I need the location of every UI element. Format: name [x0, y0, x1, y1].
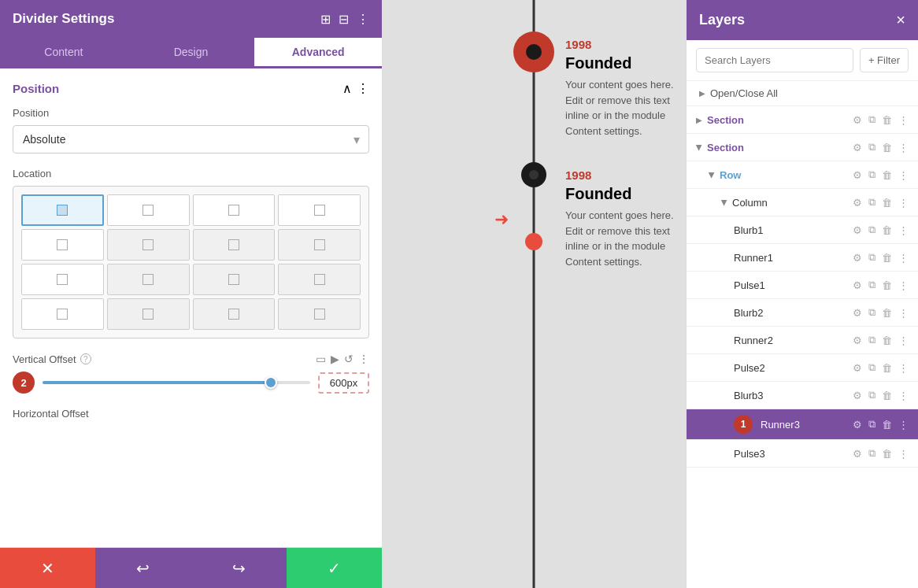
layer-item-blurb3[interactable]: Blurb3 ⚙ ⧉ 🗑 ⋮	[687, 382, 918, 409]
layer-settings-icon-col[interactable]: ⚙	[851, 195, 864, 210]
expand-icon[interactable]: ⊞	[320, 12, 331, 27]
layer-arrow-column[interactable]: ▶	[720, 199, 729, 205]
layer-copy-icon-runner1[interactable]: ⧉	[867, 250, 877, 265]
layer-delete-icon-runner1[interactable]: 🗑	[880, 250, 894, 265]
layer-more-icon-runner2[interactable]: ⋮	[897, 333, 910, 348]
layer-more-icon-pulse2[interactable]: ⋮	[897, 361, 910, 375]
layer-settings-icon-blurb2[interactable]: ⚙	[851, 305, 864, 320]
redo-button[interactable]: ↪	[191, 548, 287, 588]
layer-settings-icon-blurb3[interactable]: ⚙	[851, 388, 864, 403]
layer-arrow-section-2[interactable]: ▶	[695, 144, 704, 150]
layer-delete-icon-blurb1[interactable]: 🗑	[880, 223, 894, 238]
layer-item-blurb1[interactable]: Blurb1 ⚙ ⧉ 🗑 ⋮	[687, 216, 918, 244]
tab-advanced[interactable]: Advanced	[254, 38, 382, 68]
layer-item-row[interactable]: ▶ Row ⚙ ⧉ 🗑 ⋮	[687, 161, 918, 189]
offset-more-icon[interactable]: ⋮	[358, 353, 369, 365]
location-cell-mid-3[interactable]	[193, 229, 276, 261]
tab-design[interactable]: Design	[128, 38, 255, 68]
layer-delete-icon-s2[interactable]: 🗑	[880, 140, 894, 155]
layer-copy-icon-row[interactable]: ⧉	[867, 167, 877, 183]
slider-thumb[interactable]	[265, 376, 277, 389]
layer-settings-icon-pulse2[interactable]: ⚙	[851, 361, 864, 375]
layer-item-pulse3[interactable]: Pulse3 ⚙ ⧉ 🗑 ⋮	[687, 440, 918, 468]
layer-settings-icon-s2[interactable]: ⚙	[851, 140, 864, 155]
layer-more-icon-row[interactable]: ⋮	[897, 168, 910, 183]
layers-open-close-all[interactable]: Open/Close All	[687, 81, 918, 106]
layer-copy-icon-pulse2[interactable]: ⧉	[867, 360, 877, 375]
layer-arrow-row[interactable]: ▶	[708, 172, 716, 178]
layer-more-icon-blurb2[interactable]: ⋮	[897, 305, 910, 320]
layer-more-icon-s2[interactable]: ⋮	[897, 140, 910, 155]
layer-more-icon-blurb1[interactable]: ⋮	[897, 223, 910, 238]
more-icon[interactable]: ⋮	[357, 12, 369, 27]
location-cell-last-4[interactable]	[278, 298, 361, 330]
layer-item-pulse1[interactable]: Pulse1 ⚙ ⧉ 🗑 ⋮	[687, 272, 918, 299]
layer-delete-icon-runner3[interactable]: 🗑	[880, 417, 894, 432]
layer-settings-icon-pulse1[interactable]: ⚙	[851, 278, 864, 293]
layer-delete-icon-row[interactable]: 🗑	[880, 168, 894, 183]
layers-close-button[interactable]: ×	[896, 11, 905, 29]
layer-settings-icon-runner2[interactable]: ⚙	[851, 333, 864, 348]
location-cell-top-2[interactable]	[107, 194, 190, 226]
layers-filter-button[interactable]: + Filter	[860, 48, 909, 72]
tab-content[interactable]: Content	[0, 38, 128, 68]
reset-icon[interactable]: ↺	[344, 353, 354, 365]
layer-settings-icon-row[interactable]: ⚙	[851, 168, 864, 183]
layer-settings-icon-blurb1[interactable]: ⚙	[851, 223, 864, 238]
layer-more-icon-pulse3[interactable]: ⋮	[897, 446, 910, 461]
layer-copy-icon-blurb1[interactable]: ⧉	[867, 222, 877, 238]
layer-item-pulse2[interactable]: Pulse2 ⚙ ⧉ 🗑 ⋮	[687, 354, 918, 382]
collapse-icon[interactable]: ∧	[342, 81, 352, 96]
layer-item-section-1[interactable]: ▶ Section ⚙ ⧉ 🗑 ⋮	[687, 106, 918, 134]
undo-button[interactable]: ↩	[95, 548, 191, 588]
layer-delete-icon-runner2[interactable]: 🗑	[880, 333, 894, 348]
location-cell-top-left[interactable]	[21, 194, 104, 226]
layer-item-section-2[interactable]: ▶ Section ⚙ ⧉ 🗑 ⋮	[687, 134, 918, 161]
layer-copy-icon-col[interactable]: ⧉	[867, 194, 877, 210]
layer-copy-icon-s1[interactable]: ⧉	[867, 112, 877, 128]
location-cell-mid-4[interactable]	[278, 229, 361, 261]
section-more-icon[interactable]: ⋮	[357, 81, 369, 96]
layer-copy-icon-runner3[interactable]: ⧉	[867, 416, 877, 432]
vertical-offset-slider[interactable]	[43, 381, 310, 384]
location-cell-last-1[interactable]	[21, 298, 104, 330]
layer-delete-icon-pulse2[interactable]: 🗑	[880, 361, 894, 375]
layer-delete-icon-blurb2[interactable]: 🗑	[880, 305, 894, 320]
layer-delete-icon-blurb3[interactable]: 🗑	[880, 388, 894, 403]
layer-settings-icon-runner3[interactable]: ⚙	[851, 417, 864, 432]
location-cell-bot-2[interactable]	[107, 264, 190, 295]
layer-copy-icon-pulse1[interactable]: ⧉	[867, 277, 877, 293]
location-cell-top-3[interactable]	[193, 194, 276, 226]
layer-more-icon-pulse1[interactable]: ⋮	[897, 278, 910, 293]
layer-copy-icon-blurb3[interactable]: ⧉	[867, 387, 877, 403]
layer-more-icon-col[interactable]: ⋮	[897, 195, 910, 210]
layer-item-runner3[interactable]: 1 Runner3 ⚙ ⧉ 🗑 ⋮	[687, 409, 918, 440]
layer-more-icon-blurb3[interactable]: ⋮	[897, 388, 910, 403]
layer-delete-icon-pulse3[interactable]: 🗑	[880, 446, 894, 461]
layers-search-input[interactable]	[696, 48, 853, 72]
layer-settings-icon-s1[interactable]: ⚙	[851, 113, 864, 128]
layer-delete-icon-pulse1[interactable]: 🗑	[880, 278, 894, 293]
location-cell-bot-4[interactable]	[278, 264, 361, 295]
layer-more-icon-s1[interactable]: ⋮	[897, 113, 910, 128]
position-select[interactable]: Absolute Relative Fixed Static	[13, 125, 369, 153]
layer-copy-icon-blurb2[interactable]: ⧉	[867, 305, 877, 320]
location-cell-last-3[interactable]	[193, 298, 276, 330]
split-icon[interactable]: ⊟	[339, 12, 349, 27]
layer-delete-icon-col[interactable]: 🗑	[880, 195, 894, 210]
location-cell-bot-3[interactable]	[193, 264, 276, 295]
cursor-icon[interactable]: ▶	[331, 353, 339, 365]
cancel-button[interactable]: ✕	[0, 548, 95, 588]
vertical-offset-value[interactable]: 600px	[318, 372, 369, 394]
save-button[interactable]: ✓	[287, 548, 382, 588]
layer-copy-icon-s2[interactable]: ⧉	[867, 139, 877, 155]
layer-settings-icon-runner1[interactable]: ⚙	[851, 250, 864, 265]
layer-item-runner2[interactable]: Runner2 ⚙ ⧉ 🗑 ⋮	[687, 327, 918, 354]
layer-item-runner1[interactable]: Runner1 ⚙ ⧉ 🗑 ⋮	[687, 244, 918, 272]
layer-item-blurb2[interactable]: Blurb2 ⚙ ⧉ 🗑 ⋮	[687, 299, 918, 327]
layer-copy-icon-runner2[interactable]: ⧉	[867, 332, 877, 348]
layer-settings-icon-pulse3[interactable]: ⚙	[851, 446, 864, 461]
location-cell-mid-2[interactable]	[107, 229, 190, 261]
layer-more-icon-runner1[interactable]: ⋮	[897, 250, 910, 265]
device-icon[interactable]: ▭	[316, 353, 326, 365]
